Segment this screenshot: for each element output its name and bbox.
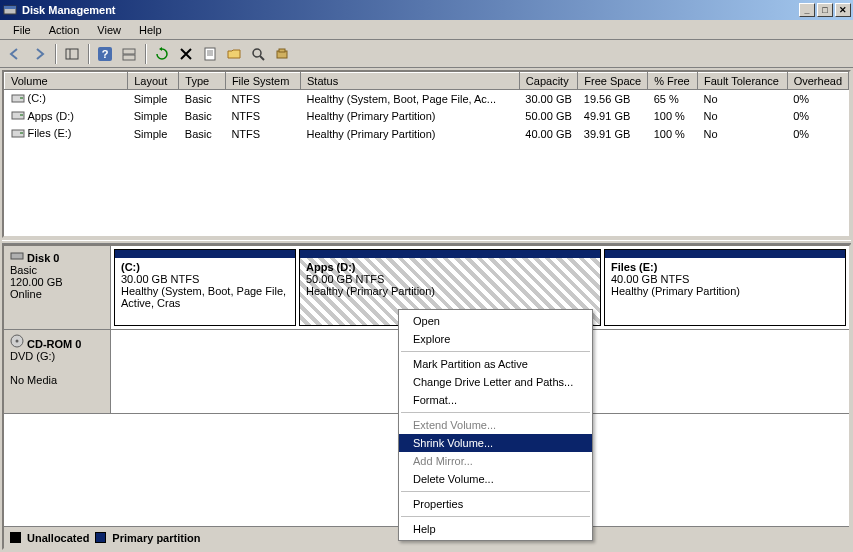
ctx-mark-active[interactable]: Mark Partition as Active — [399, 355, 592, 373]
menu-help[interactable]: Help — [132, 22, 169, 38]
col-type[interactable]: Type — [179, 73, 226, 90]
col-overhead[interactable]: Overhead — [787, 73, 848, 90]
part-name: (C:) — [121, 261, 289, 273]
cell-fs: NTFS — [225, 125, 300, 143]
ctx-format[interactable]: Format... — [399, 391, 592, 409]
disk-type: Basic — [10, 264, 37, 276]
properties-icon[interactable] — [199, 43, 221, 65]
table-row[interactable]: Apps (D:)SimpleBasicNTFSHealthy (Primary… — [5, 108, 849, 126]
menu-file[interactable]: File — [6, 22, 38, 38]
partition-c[interactable]: (C:) 30.00 GB NTFS Healthy (System, Boot… — [114, 249, 296, 326]
drive-icon — [11, 93, 25, 106]
ctx-change-letter[interactable]: Change Drive Letter and Paths... — [399, 373, 592, 391]
toolbar: ? — [0, 40, 853, 68]
volume-name: Apps (D:) — [28, 110, 74, 122]
refresh-button[interactable] — [151, 43, 173, 65]
cell-status: Healthy (Primary Partition) — [301, 125, 520, 143]
cdrom-state: No Media — [10, 374, 57, 386]
cell-capacity: 30.00 GB — [519, 90, 577, 108]
svg-line-13 — [260, 56, 264, 60]
part-size: 30.00 GB NTFS — [121, 273, 289, 285]
open-icon[interactable] — [223, 43, 245, 65]
part-status: Healthy (System, Boot, Page File, Active… — [121, 285, 289, 309]
part-size: 40.00 GB NTFS — [611, 273, 839, 285]
col-volume[interactable]: Volume — [5, 73, 128, 90]
table-row[interactable]: (C:)SimpleBasicNTFSHealthy (System, Boot… — [5, 90, 849, 108]
cell-type: Basic — [179, 108, 226, 126]
maximize-button[interactable]: □ — [817, 3, 833, 17]
cell-type: Basic — [179, 90, 226, 108]
svg-rect-7 — [123, 55, 135, 60]
forward-button[interactable] — [28, 43, 50, 65]
ctx-properties[interactable]: Properties — [399, 495, 592, 513]
window-title: Disk Management — [22, 4, 799, 16]
partition-e[interactable]: Files (E:) 40.00 GB NTFS Healthy (Primar… — [604, 249, 846, 326]
find-icon[interactable] — [247, 43, 269, 65]
settings-icon[interactable] — [271, 43, 293, 65]
ctx-open[interactable]: Open — [399, 312, 592, 330]
cell-fs: NTFS — [225, 90, 300, 108]
pane-button[interactable] — [61, 43, 83, 65]
ctx-explore[interactable]: Explore — [399, 330, 592, 348]
svg-rect-15 — [279, 49, 285, 52]
ctx-extend-volume: Extend Volume... — [399, 416, 592, 434]
cell-layout: Simple — [128, 125, 179, 143]
graphical-view-pane: Disk 0 Basic 120.00 GB Online (C:) 30.00… — [2, 244, 851, 550]
layout-button[interactable] — [118, 43, 140, 65]
cell-fault: No — [697, 108, 787, 126]
col-layout[interactable]: Layout — [128, 73, 179, 90]
delete-icon[interactable] — [175, 43, 197, 65]
col-freespace[interactable]: Free Space — [578, 73, 648, 90]
disk-state: Online — [10, 288, 42, 300]
ctx-shrink-volume[interactable]: Shrink Volume... — [399, 434, 592, 452]
cell-overhead: 0% — [787, 108, 848, 126]
svg-rect-6 — [123, 49, 135, 54]
part-status: Healthy (Primary Partition) — [306, 285, 594, 297]
help-button[interactable]: ? — [94, 43, 116, 65]
cell-fault: No — [697, 125, 787, 143]
disk-title: Disk 0 — [27, 252, 59, 264]
disk-icon — [10, 252, 24, 264]
cell-layout: Simple — [128, 90, 179, 108]
svg-rect-17 — [20, 97, 23, 99]
volume-name: Files (E:) — [28, 127, 72, 139]
menu-view[interactable]: View — [90, 22, 128, 38]
context-menu: Open Explore Mark Partition as Active Ch… — [398, 309, 593, 541]
col-status[interactable]: Status — [301, 73, 520, 90]
menu-action[interactable]: Action — [42, 22, 87, 38]
part-name: Apps (D:) — [306, 261, 594, 273]
ctx-help[interactable]: Help — [399, 520, 592, 538]
ctx-add-mirror: Add Mirror... — [399, 452, 592, 470]
disk-header[interactable]: Disk 0 Basic 120.00 GB Online — [4, 246, 111, 329]
col-filesystem[interactable]: File System — [225, 73, 300, 90]
back-button[interactable] — [4, 43, 26, 65]
cell-capacity: 50.00 GB — [519, 108, 577, 126]
table-row[interactable]: Files (E:)SimpleBasicNTFSHealthy (Primar… — [5, 125, 849, 143]
cdrom-icon — [10, 338, 24, 350]
part-size: 50.00 GB NTFS — [306, 273, 594, 285]
col-capacity[interactable]: Capacity — [519, 73, 577, 90]
legend-primary: Primary partition — [112, 532, 200, 544]
cell-free: 39.91 GB — [578, 125, 648, 143]
svg-rect-1 — [4, 6, 16, 9]
col-fault[interactable]: Fault Tolerance — [697, 73, 787, 90]
svg-rect-2 — [66, 49, 78, 59]
cdrom-drive: DVD (G:) — [10, 350, 55, 362]
drive-icon — [11, 110, 25, 123]
menu-bar: File Action View Help — [0, 20, 853, 40]
cell-status: Healthy (Primary Partition) — [301, 108, 520, 126]
drive-icon — [11, 128, 25, 141]
cdrom-header[interactable]: CD-ROM 0 DVD (G:) No Media — [4, 330, 111, 413]
cell-pct: 100 % — [648, 125, 698, 143]
close-button[interactable]: ✕ — [835, 3, 851, 17]
minimize-button[interactable]: _ — [799, 3, 815, 17]
title-bar: Disk Management _ □ ✕ — [0, 0, 853, 20]
cell-pct: 100 % — [648, 108, 698, 126]
ctx-delete-volume[interactable]: Delete Volume... — [399, 470, 592, 488]
part-name: Files (E:) — [611, 261, 839, 273]
col-pctfree[interactable]: % Free — [648, 73, 698, 90]
cell-fs: NTFS — [225, 108, 300, 126]
cell-capacity: 40.00 GB — [519, 125, 577, 143]
svg-point-12 — [253, 49, 261, 57]
cell-layout: Simple — [128, 108, 179, 126]
